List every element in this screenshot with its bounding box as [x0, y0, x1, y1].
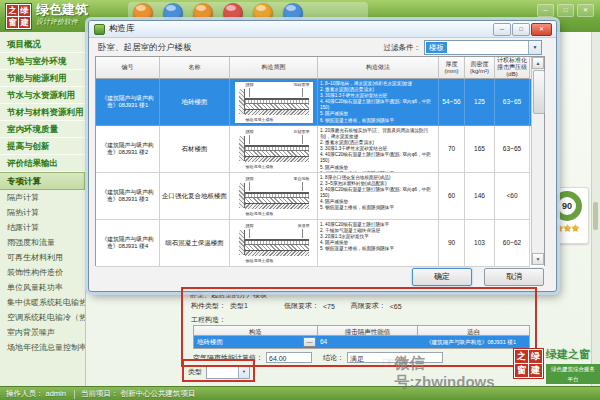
table-row[interactable]: 《建筑隔声与吸声构造》08J931 楼4 细石混凝土保温楼面 踢脚 保温层 钢筋… — [96, 220, 544, 267]
sidebar-subitem[interactable]: 室内背景噪声 — [0, 325, 85, 340]
seal-char: 绿 — [19, 5, 30, 16]
dialog-titlebar[interactable]: 构造库 — [89, 21, 556, 38]
operator-label: 操作人员： — [6, 389, 44, 399]
sidebar-subitem[interactable]: 集中供暖系统耗电输热比 — [0, 295, 85, 310]
sidebar-item[interactable]: 项目概况 — [0, 36, 85, 53]
dialog-close-button[interactable]: ✕ — [531, 23, 552, 36]
calc-value-input[interactable]: 64.00 — [266, 352, 312, 363]
brand-name: 绿建之窗 — [546, 348, 600, 361]
sidebar-item[interactable]: 节能与能源利用 — [0, 70, 85, 87]
sidebar-item[interactable]: 节水与水资源利用 — [0, 87, 85, 104]
column-header: 面密度 (kg/m²) — [465, 57, 495, 79]
component-type-value: 类型1 — [230, 301, 248, 311]
browse-button[interactable]: — — [303, 337, 316, 347]
main-scrollbar[interactable] — [591, 32, 600, 386]
conclusion-label: 结论： — [323, 353, 344, 363]
ok-button[interactable]: 确定 — [412, 268, 472, 286]
column-header: 构造简图 — [230, 57, 318, 79]
sidebar-item[interactable]: 评价结果输出 — [0, 155, 85, 172]
construction-step: 4. 40厚C20细石混凝土随打随抹平(配筋: 双向φ6，中距150) — [320, 152, 436, 164]
sidebar-subitem[interactable]: 场地年径流总量控制率 — [0, 340, 85, 355]
row-impact-level: 63~65 — [495, 126, 530, 173]
construction-step: 3. 40厚C20细石混凝土随打随抹平(配筋: 双向φ6，中距150) — [320, 187, 436, 199]
dialog-minimize-button[interactable]: ─ — [493, 23, 511, 36]
brand-banner: 绿色建筑综合服务平台 — [546, 364, 600, 384]
sidebar-item[interactable]: 节材与材料资源利用 — [0, 104, 85, 121]
watermark-seal-icon: 之 绿 窗 建 — [513, 348, 544, 379]
sidebar-item[interactable]: 提高与创新 — [0, 138, 85, 155]
low-limit-label: 低限要求： — [284, 301, 319, 311]
column-header: 计权标准化 撞击声压级 (dB) — [495, 57, 530, 79]
column-header: 构造做法 — [318, 57, 439, 79]
minimize-button[interactable]: ─ — [537, 4, 554, 17]
construction-diagram-icon: 踢脚 地砖面层 钢筋混凝土楼板 — [235, 82, 313, 123]
source-reference: 《建筑隔声与吸声构造》08J931 楼1 — [416, 336, 526, 348]
table-row[interactable]: 《建筑隔声与吸声构造》08J931 楼2 石材楼面 踢脚 石材面层 钢筋混凝土楼… — [96, 126, 544, 173]
seal-char: 建 — [19, 17, 30, 28]
high-limit-value: <65 — [390, 303, 402, 310]
sidebar-subitem[interactable]: 结露计算 — [0, 220, 85, 235]
low-limit-value: <75 — [323, 303, 335, 310]
chevron-down-icon[interactable]: ▼ — [528, 41, 541, 54]
filter-label: 过滤条件： — [384, 43, 422, 53]
filter-value: 楼板 — [426, 42, 447, 53]
app-subtitle: 设计评价软件 — [36, 17, 88, 26]
seal-char: 之 — [7, 5, 18, 16]
sidebar-subitem[interactable]: 隔声计算 — [0, 190, 85, 205]
table-scrollbar[interactable]: ▲ ▼ — [531, 57, 544, 265]
row-steps: 1. 20厚磨光石板铺实拍平(正、背面及四周边满涂防污剂)，稀水泥浆擦缝2. 撒… — [318, 126, 439, 173]
dialog-maximize-button[interactable]: □ — [512, 23, 530, 36]
table-row[interactable]: 《建筑隔声与吸声构造》08J931 楼3 企口强化复合地板楼面 踢脚 复合地板 … — [96, 173, 544, 220]
construction-step: 4. 40厚C20细石混凝土随打随抹平(配筋: 双向φ6，中距150) — [320, 99, 436, 111]
construction-diagram-icon: 踢脚 保温层 钢筋混凝土楼板 — [235, 223, 313, 264]
construction-step: 1. 20厚磨光石板铺实拍平(正、背面及四周边满涂防污剂)，稀水泥浆擦缝 — [320, 128, 436, 140]
sidebar-item[interactable]: 专项计算 — [0, 172, 85, 190]
chevron-down-icon[interactable]: ▼ — [238, 366, 249, 378]
scrollbar-thumb[interactable] — [533, 70, 545, 114]
row-name: 细石混凝土保温楼面 — [160, 220, 230, 267]
app-title: 绿色建筑 — [36, 3, 88, 17]
row-thickness: 90 — [439, 220, 465, 267]
construction-label: 工程构造： — [191, 315, 226, 325]
app-logo: 之 绿 窗 建 绿色建筑 设计评价软件 — [5, 3, 88, 30]
scrollbar-thumb[interactable] — [593, 202, 598, 230]
column-header: 构造 — [193, 325, 318, 336]
column-header: 厚度 (mm) — [439, 57, 465, 79]
column-header: 选自 — [418, 325, 530, 336]
maximize-button[interactable]: □ — [557, 4, 574, 17]
scroll-down-icon[interactable]: ▼ — [532, 253, 544, 265]
construction-diagram-icon: 踢脚 复合地板 钢筋混凝土楼板 — [235, 176, 313, 217]
sidebar-subitem[interactable]: 隔热计算 — [0, 205, 85, 220]
sidebar-item[interactable]: 室内环境质量 — [0, 121, 85, 138]
sidebar-subitem[interactable]: 雨强度和流量 — [0, 235, 85, 250]
row-thickness: 60 — [439, 173, 465, 220]
project-label: 当前项目： — [81, 389, 119, 399]
row-impact-level: 60~62 — [495, 220, 530, 267]
sidebar: 项目概况节地与室外环境节能与能源利用节水与水资源利用节材与材料资源利用室内环境质… — [0, 32, 86, 386]
row-density: 125 — [465, 79, 495, 126]
type-label: 类型 — [188, 367, 202, 377]
calc-label: 空气隔声性能计算值： — [193, 353, 263, 363]
sidebar-subitem[interactable]: 空调系统耗电输冷（热） — [0, 310, 85, 325]
sidebar-item[interactable]: 节地与室外环境 — [0, 53, 85, 70]
sidebar-subitem[interactable]: 可再生材料利用 — [0, 250, 85, 265]
scroll-up-icon[interactable]: ▲ — [532, 57, 544, 69]
sidebar-subitem[interactable]: 单位风量耗功率 — [0, 280, 85, 295]
row-density: 146 — [465, 173, 495, 220]
row-impact-level: <60 — [495, 173, 530, 220]
row-steps: 1. 40厚C20细石混凝土随打随抹平2. 干铺加气混凝土砌块保温层3. 20厚… — [318, 220, 439, 267]
construction-step: 5. 钢筋混凝土楼板，板面随捣随抹平 — [320, 246, 436, 252]
filter-combobox[interactable]: 楼板 ▼ — [424, 40, 542, 55]
close-button[interactable]: ✕ — [577, 4, 594, 17]
dialog-title: 构造库 — [109, 23, 135, 35]
construction-name: 地砖楼面 — [194, 336, 303, 348]
cancel-button[interactable]: 取消 — [484, 268, 544, 286]
sidebar-subitem[interactable]: 装饰性构件造价 — [0, 265, 85, 280]
project-value: 创新中心公共建筑项目 — [120, 389, 195, 399]
type-combobox[interactable]: ▼ — [206, 365, 250, 379]
table-row[interactable]: 《建筑隔声与吸声构造》08J931 楼1 地砖楼面 踢脚 地砖面层 钢筋混凝土楼… — [96, 79, 544, 126]
row-code: 《建筑隔声与吸声构造》08J931 楼4 — [96, 220, 160, 267]
row-code: 《建筑隔声与吸声构造》08J931 楼3 — [96, 173, 160, 220]
performance-value: 64 — [316, 336, 416, 348]
construction-diagram-icon: 踢脚 石材面层 钢筋混凝土楼板 — [235, 129, 313, 170]
